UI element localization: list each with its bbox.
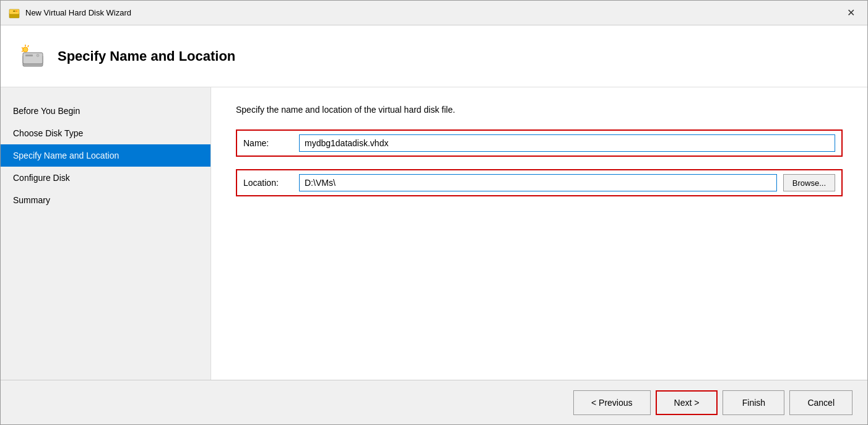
next-button[interactable]: Next > bbox=[656, 390, 718, 415]
footer: < Previous Next > Finish Cancel bbox=[1, 380, 867, 424]
sidebar-item-specify-name-and-location[interactable]: Specify Name and Location bbox=[1, 144, 210, 167]
page-title: Specify Name and Location bbox=[58, 48, 235, 64]
wizard-window: New Virtual Hard Disk Wizard ✕ Specify N… bbox=[0, 0, 868, 425]
name-label: Name: bbox=[243, 138, 299, 148]
finish-button[interactable]: Finish bbox=[723, 390, 784, 415]
sidebar-item-before-you-begin[interactable]: Before You Begin bbox=[1, 100, 210, 122]
svg-point-3 bbox=[16, 11, 17, 12]
previous-button[interactable]: < Previous bbox=[573, 390, 651, 415]
header-disk-icon bbox=[20, 44, 45, 69]
sidebar: Before You Begin Choose Disk Type Specif… bbox=[1, 87, 211, 380]
title-bar-title: New Virtual Hard Disk Wizard bbox=[25, 8, 841, 17]
cancel-button[interactable]: Cancel bbox=[789, 390, 853, 415]
location-input[interactable] bbox=[299, 174, 777, 191]
name-field-group: Name: bbox=[236, 129, 843, 157]
browse-button[interactable]: Browse... bbox=[783, 174, 835, 191]
description-text: Specify the name and location of the vir… bbox=[236, 105, 843, 115]
content-area: Before You Begin Choose Disk Type Specif… bbox=[1, 87, 867, 380]
svg-rect-11 bbox=[23, 53, 43, 64]
svg-rect-12 bbox=[25, 55, 33, 56]
location-label: Location: bbox=[243, 178, 299, 188]
sidebar-item-summary[interactable]: Summary bbox=[1, 189, 210, 211]
main-panel: Specify the name and location of the vir… bbox=[211, 87, 867, 380]
svg-point-13 bbox=[37, 54, 39, 56]
sidebar-item-configure-disk[interactable]: Configure Disk bbox=[1, 167, 210, 189]
header-section: Specify Name and Location bbox=[1, 25, 867, 87]
svg-point-9 bbox=[23, 47, 28, 52]
svg-rect-2 bbox=[13, 11, 15, 12]
name-input[interactable] bbox=[299, 134, 835, 152]
close-button[interactable]: ✕ bbox=[841, 4, 860, 22]
title-bar: New Virtual Hard Disk Wizard ✕ bbox=[1, 1, 867, 25]
title-bar-icon bbox=[8, 7, 20, 19]
location-field-group: Location: Browse... bbox=[236, 169, 843, 196]
sidebar-item-choose-disk-type[interactable]: Choose Disk Type bbox=[1, 122, 210, 144]
svg-line-5 bbox=[28, 45, 28, 47]
